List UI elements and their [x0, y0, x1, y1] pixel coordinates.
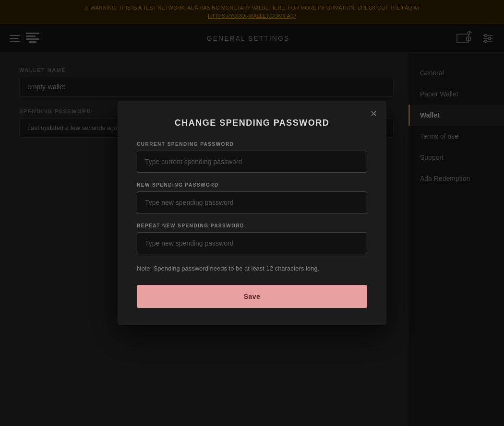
- new-password-input[interactable]: [137, 191, 367, 213]
- repeat-password-input[interactable]: [137, 232, 367, 254]
- modal-close-button[interactable]: ×: [371, 108, 377, 119]
- change-spending-password-modal: × CHANGE SPENDING PASSWORD CURRENT SPEND…: [118, 101, 386, 325]
- current-password-label: CURRENT SPENDING PASSWORD: [137, 142, 367, 147]
- modal-overlay: × CHANGE SPENDING PASSWORD CURRENT SPEND…: [0, 0, 504, 426]
- modal-title: CHANGE SPENDING PASSWORD: [137, 118, 367, 128]
- modal-save-button[interactable]: Save: [137, 285, 367, 308]
- current-password-input[interactable]: [137, 151, 367, 173]
- modal-note: Note: Spending password needs to be at l…: [137, 264, 367, 273]
- new-password-label: NEW SPENDING PASSWORD: [137, 182, 367, 188]
- repeat-password-label: REPEAT NEW SPENDING PASSWORD: [137, 223, 367, 228]
